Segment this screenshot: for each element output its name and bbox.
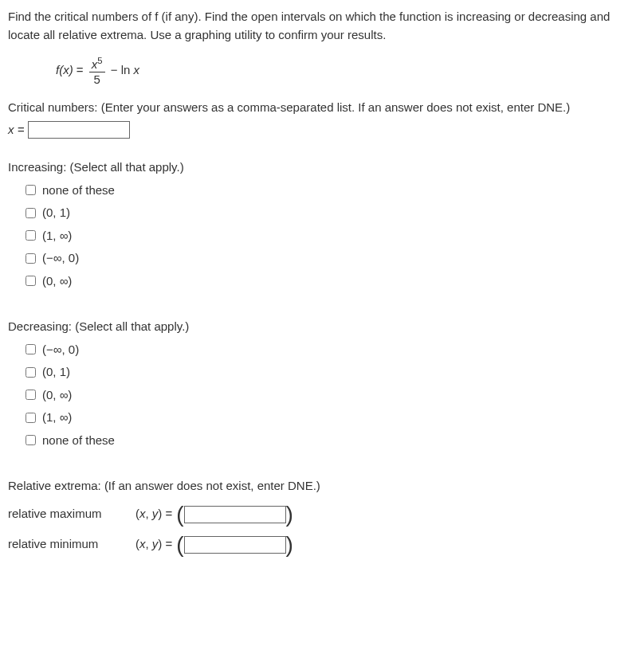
equation-eq: = [73,63,87,76]
critical-x-label: x = [8,123,28,136]
increasing-label-2: (1, ∞) [42,227,72,245]
decreasing-choice-1: (0, 1) [22,363,636,382]
decreasing-label-2: (0, ∞) [42,386,72,405]
increasing-choice-2: (1, ∞) [22,227,636,245]
decreasing-checkbox-0[interactable] [26,344,36,354]
equation-num-exp: 5 [97,56,102,65]
equation-minus: − ln [108,63,134,76]
decreasing-label-3: (1, ∞) [42,409,72,427]
relative-min-input[interactable] [184,536,286,554]
paren-open-icon: ( [176,503,183,526]
increasing-checkbox-2[interactable] [26,230,36,241]
increasing-checkbox-1[interactable] [26,208,36,218]
decreasing-choice-4: none of these [22,432,636,450]
paren-close-icon: ) [286,534,293,556]
relative-max-eq: (x, y) = [135,505,172,523]
paren-open-icon: ( [176,534,183,556]
decreasing-checkbox-4[interactable] [26,435,36,445]
critical-prompt: Critical numbers: (Enter your answers as… [8,99,636,117]
decreasing-choice-0: (−∞, 0) [22,341,636,359]
increasing-section: Increasing: (Select all that apply.) non… [8,159,636,290]
increasing-checkbox-4[interactable] [26,276,36,286]
increasing-label-4: (0, ∞) [42,272,72,291]
increasing-checkbox-3[interactable] [26,253,36,264]
decreasing-section: Decreasing: (Select all that apply.) (−∞… [8,318,636,449]
extrema-section: Relative extrema: (If an answer does not… [8,477,636,556]
relative-min-row: relative minimum (x, y) = ( ) [8,534,636,556]
decreasing-choice-2: (0, ∞) [22,386,636,405]
paren-close-icon: ) [286,503,293,526]
decreasing-title: Decreasing: (Select all that apply.) [8,318,636,336]
equation-den: 5 [89,72,105,87]
increasing-label-1: (0, 1) [42,204,70,222]
equation-lhs: f(x) [56,63,73,76]
increasing-choice-3: (−∞, 0) [22,249,636,268]
decreasing-label-4: none of these [42,432,115,450]
increasing-checkbox-0[interactable] [26,185,36,195]
increasing-label-3: (−∞, 0) [42,249,79,268]
decreasing-checkbox-1[interactable] [26,367,36,378]
critical-input[interactable] [28,121,130,139]
decreasing-checkbox-2[interactable] [26,390,36,400]
decreasing-label-1: (0, 1) [42,363,70,382]
increasing-choice-1: (0, 1) [22,204,636,222]
decreasing-label-0: (−∞, 0) [42,341,79,359]
extrema-prompt: Relative extrema: (If an answer does not… [8,477,636,495]
decreasing-choice-3: (1, ∞) [22,409,636,427]
question-intro: Find the critical numbers of f (if any).… [8,8,636,44]
relative-max-row: relative maximum (x, y) = ( ) [8,503,636,526]
increasing-choice-0: none of these [22,182,636,200]
increasing-choice-4: (0, ∞) [22,272,636,291]
equation-var: x [133,63,139,76]
equation-fraction: x55 [89,56,105,87]
relative-max-input[interactable] [184,506,286,523]
relative-max-label: relative maximum [8,505,135,523]
decreasing-checkbox-3[interactable] [26,413,36,423]
equation-display: f(x) = x55 − ln x [56,56,636,87]
increasing-label-0: none of these [42,182,115,200]
relative-min-label: relative minimum [8,535,135,554]
relative-min-eq: (x, y) = [135,535,172,554]
critical-input-row: x = [8,121,636,139]
increasing-title: Increasing: (Select all that apply.) [8,159,636,177]
